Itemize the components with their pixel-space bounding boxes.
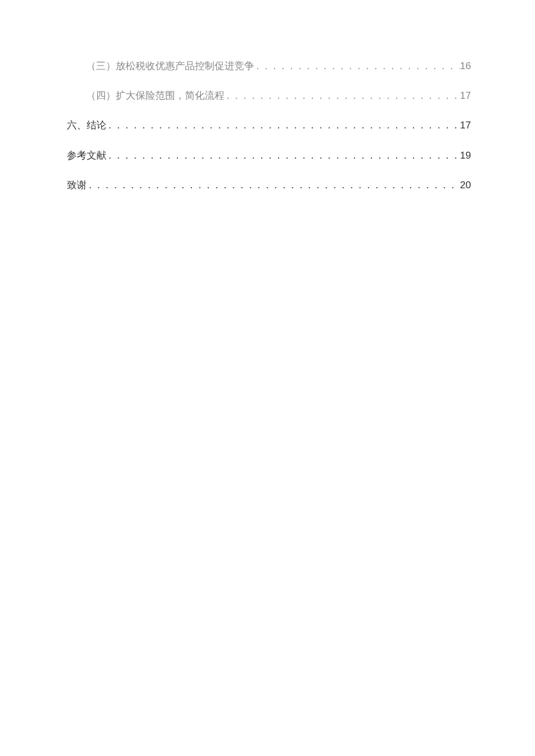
toc-entry: 六、结论 17 <box>67 117 471 133</box>
toc-page: 17 <box>460 117 471 133</box>
toc-dots <box>106 117 460 133</box>
toc-page: 17 <box>460 88 471 103</box>
toc-container: （三）放松税收优惠产品控制促进竞争 16 （四）扩大保险范围，简化流程 17 六… <box>67 58 471 193</box>
toc-title: 致谢 <box>67 177 87 193</box>
toc-dots <box>224 88 460 103</box>
toc-dots <box>106 148 460 163</box>
toc-title: （三）放松税收优惠产品控制促进竞争 <box>86 58 254 74</box>
toc-page: 16 <box>460 58 471 74</box>
toc-page: 20 <box>460 177 471 193</box>
toc-entry: 致谢 20 <box>67 177 471 193</box>
toc-entry: 参考文献 19 <box>67 148 471 163</box>
toc-dots <box>254 58 460 74</box>
toc-entry: （四）扩大保险范围，简化流程 17 <box>67 88 471 103</box>
toc-title: 六、结论 <box>67 117 106 133</box>
toc-dots <box>87 177 460 193</box>
toc-page: 19 <box>460 148 471 163</box>
toc-title: 参考文献 <box>67 148 106 163</box>
toc-title: （四）扩大保险范围，简化流程 <box>86 88 224 103</box>
toc-entry: （三）放松税收优惠产品控制促进竞争 16 <box>67 58 471 74</box>
